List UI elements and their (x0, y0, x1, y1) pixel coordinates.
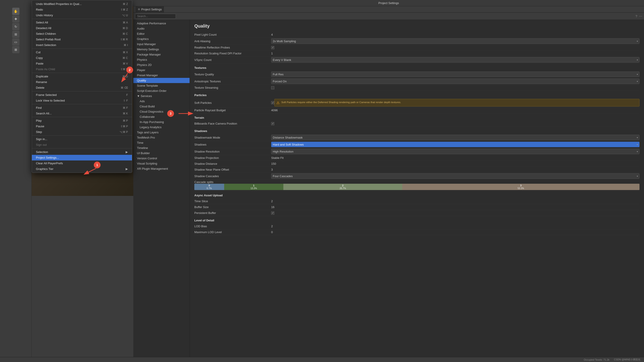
sidebar-item[interactable]: Script Execution Order (133, 88, 190, 93)
context-menu-item-label: Clear All PlayerPrefs (36, 162, 63, 165)
help-icon[interactable]: ? (636, 14, 637, 18)
setting-checkbox[interactable] (271, 211, 274, 215)
sidebar-item[interactable]: Tags and Layers (133, 130, 190, 135)
setting-label: Shadowmask Mode (194, 136, 271, 139)
sidebar-item[interactable]: ▼ Services (133, 93, 190, 99)
warning-text: Soft Particles require either the Deferr… (281, 100, 401, 104)
sidebar-item[interactable]: Visual Scripting (133, 161, 190, 166)
context-menu-item[interactable]: Duplicate⌘ D (32, 74, 132, 79)
sidebar-item[interactable]: Quality (133, 78, 190, 83)
context-menu-item-shortcut: ⇧⌘ Z (114, 8, 128, 11)
sidebar-item[interactable]: Preset Manager (133, 73, 190, 78)
context-menu-item[interactable]: Undo History⌥ U (32, 12, 132, 18)
context-menu-item[interactable]: Selection▶ (32, 149, 132, 155)
sidebar-item[interactable]: Timeline (133, 145, 190, 151)
context-menu-item[interactable]: Undo Modified Properties in Qual...⌘ Z (32, 1, 132, 7)
sidebar-item[interactable]: Adaptive Performance (133, 21, 190, 26)
context-menu-item-label: Select All (36, 21, 48, 24)
sidebar-item[interactable]: Legacy Analytics (133, 125, 190, 130)
context-menu-item[interactable]: Select Children⌘ C (32, 31, 132, 36)
context-menu-item[interactable]: Sign in... (32, 136, 132, 142)
context-menu-item[interactable]: Cut⌘ X (32, 49, 132, 55)
setting-dropdown[interactable]: Distance Shadowmask▾ (271, 135, 640, 140)
toolbar-hand-icon[interactable]: ✋ (12, 8, 20, 15)
sidebar-item[interactable]: Package Manager (133, 52, 190, 57)
sidebar-item[interactable]: TextMesh Pro (133, 135, 190, 140)
context-menu-item[interactable]: Project Settings... (32, 155, 132, 161)
setting-checkbox[interactable] (271, 46, 274, 49)
sidebar-item[interactable]: Cloud Build (133, 104, 190, 109)
sidebar-item[interactable]: Scene Template (133, 83, 190, 88)
context-menu-divider (32, 148, 132, 149)
project-settings-panel: ⚙ Project Settings ? ⋯ Adaptive Performa… (133, 6, 644, 362)
sidebar-item[interactable]: Cloud Diagnostics (133, 109, 190, 114)
sidebar-item[interactable]: Player (133, 67, 190, 73)
sidebar-item[interactable]: Ads (133, 99, 190, 104)
context-menu-item[interactable]: Frame SelectedF (32, 92, 132, 98)
sidebar-item[interactable]: Version Control (133, 156, 190, 161)
sidebar-item[interactable]: Memory Settings (133, 47, 190, 52)
ps-search-input[interactable] (135, 14, 176, 19)
sidebar-item[interactable]: Physics (133, 57, 190, 62)
context-menu-item[interactable]: Redo⇧⌘ Z (32, 7, 132, 12)
settings-tab-icon: ⚙ (138, 8, 140, 11)
setting-checkbox[interactable] (271, 122, 274, 125)
context-menu-item[interactable]: Search All...⌘ K (32, 111, 132, 116)
sidebar-item[interactable]: UI Builder (133, 151, 190, 156)
setting-dropdown[interactable]: Full Res▾ (271, 72, 640, 77)
more-icon[interactable]: ⋯ (639, 14, 642, 18)
context-menu-item[interactable]: Rename (32, 79, 132, 85)
sidebar-item[interactable]: XR Plugin Management (133, 166, 190, 171)
context-menu-item[interactable]: Lock View to Selected⇧ F (32, 98, 132, 103)
sidebar-item[interactable]: Time (133, 140, 190, 145)
context-menu-item[interactable]: Deselect All⌘ D (32, 25, 132, 31)
context-menu-item-shortcut: ⌘ D (116, 27, 128, 30)
context-menu-item[interactable]: Paste⌘ V (32, 61, 132, 66)
sidebar-item[interactable]: Audio (133, 26, 190, 31)
sidebar-item[interactable]: Graphics (133, 36, 190, 41)
setting-dropdown[interactable]: High Resolution▾ (271, 149, 640, 154)
setting-checkbox[interactable] (271, 86, 274, 89)
context-menu-item[interactable]: Step⌥⌘ P (32, 129, 132, 135)
context-menu-item[interactable]: Copy⌘ C (32, 55, 132, 61)
setting-label: Shadow Distance (194, 162, 271, 166)
toolbar-move-icon[interactable]: ✚ (12, 15, 20, 22)
toolbar-rotate-icon[interactable]: ↻ (12, 23, 20, 30)
sidebar-item[interactable]: Input Manager (133, 41, 190, 47)
context-menu-divider (32, 135, 132, 136)
setting-row: Time Slice2 (194, 198, 640, 204)
sidebar-item[interactable]: Collaborate (133, 114, 190, 119)
setting-dropdown[interactable]: Four Cascades▾ (271, 173, 640, 179)
toolbar-transform-icon[interactable]: ⊠ (12, 46, 20, 53)
cascade-bar[interactable]: 06.7%113.3%226.7%353.3% (194, 184, 640, 190)
context-menu-item[interactable]: Delete⌘ ⌫ (32, 85, 132, 90)
sidebar-item[interactable]: Editor (133, 31, 190, 36)
sidebar-item[interactable]: In-App Purchasing (133, 119, 190, 125)
context-menu-item[interactable]: Graphics Tier▶ (32, 166, 132, 172)
context-menu-divider (32, 73, 132, 73)
setting-row: Anti Aliasing2x Multi Sampling▾ (194, 38, 640, 45)
ps-tab-settings[interactable]: ⚙ Project Settings (136, 6, 164, 12)
setting-label: Time Slice (194, 199, 271, 203)
dropdown-arrow-icon: ▾ (637, 136, 638, 139)
setting-row: Shadow Distance150 (194, 161, 640, 167)
context-menu-item[interactable]: Select All⌘ A (32, 20, 132, 25)
context-menu-item[interactable]: Clear All PlayerPrefs (32, 161, 132, 166)
context-menu-item[interactable]: Find⌘ F (32, 105, 132, 111)
setting-dropdown[interactable]: 2x Multi Sampling▾ (271, 38, 640, 44)
ps-sidebar: Adaptive PerformanceAudioEditorGraphicsI… (133, 20, 190, 362)
toolbar-rect-icon[interactable]: ▭ (12, 38, 20, 46)
context-menu-item[interactable]: Pause⇧⌘ P (32, 123, 132, 129)
context-menu-item[interactable]: Invert Selection⌘ I (32, 42, 132, 48)
dropdown-arrow-icon: ▾ (637, 80, 638, 83)
setting-dropdown[interactable]: Every V Blank▾ (271, 57, 640, 62)
context-menu-item[interactable]: Select Prefab Root⇧⌘ R (32, 36, 132, 42)
cascade-segment: 226.7% (283, 184, 402, 190)
setting-dropdown[interactable]: Forced On▾ (271, 79, 640, 84)
sidebar-item[interactable]: Physics 2D (133, 62, 190, 67)
setting-dropdown[interactable]: Hard and Soft Shadows▾ (271, 142, 640, 147)
toolbar-scale-icon[interactable]: ⊞ (12, 31, 20, 38)
context-menu-item[interactable]: Play⌘ P (32, 118, 132, 123)
setting-label: Anisotropic Textures (194, 80, 271, 83)
setting-checkbox[interactable] (271, 101, 274, 104)
